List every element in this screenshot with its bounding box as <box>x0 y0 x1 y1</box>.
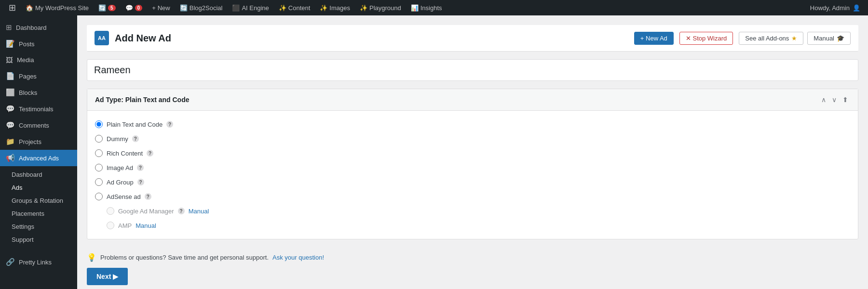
plain-text-help-icon[interactable]: ? <box>166 121 173 128</box>
radio-rich-content-label[interactable]: Rich Content <box>107 150 143 157</box>
sidebar-item-posts[interactable]: 📝 Posts <box>0 36 77 52</box>
panel-collapse-up-button[interactable]: ∧ <box>819 95 828 105</box>
page-header-icon: AA <box>95 31 109 45</box>
new-ad-button[interactable]: + New Ad <box>634 32 674 45</box>
ai-engine-icon: ⬛ <box>232 4 240 12</box>
page-header: AA Add New Ad + New Ad ✕ Stop Wizard See… <box>87 25 858 52</box>
ad-group-help-icon[interactable]: ? <box>137 179 144 185</box>
radio-rich-content-input[interactable] <box>95 149 103 157</box>
adminbar-ai-engine[interactable]: ⬛ AI Engine <box>227 0 273 15</box>
sidebar-item-blocks[interactable]: ⬜ Blocks <box>0 84 77 101</box>
google-ad-manager-help-icon[interactable]: ? <box>178 208 185 214</box>
sidebar-item-pages[interactable]: 📄 Pages <box>0 68 77 84</box>
advanced-ads-submenu: Dashboard Ads Groups & Rotation Placemen… <box>0 168 77 246</box>
comments-sidebar-icon: 💬 <box>6 121 15 130</box>
adminbar-images[interactable]: ✨ Images <box>315 0 355 15</box>
adminbar-new[interactable]: + New <box>147 0 175 15</box>
star-icon: ★ <box>791 35 797 42</box>
sidebar-item-projects[interactable]: 📁 Projects <box>0 133 77 150</box>
new-icon: + <box>152 4 156 12</box>
radio-ad-group-input[interactable] <box>95 178 103 186</box>
panel-title: Ad Type: Plain Text and Code <box>95 96 819 104</box>
sidebar-item-pages-label: Pages <box>19 73 37 80</box>
insights-label: Insights <box>420 4 442 12</box>
sidebar-sub-aa-ads[interactable]: Ads <box>0 181 77 194</box>
help-text: Problems or questions? Save time and get… <box>100 254 269 261</box>
adminbar-playground[interactable]: ✨ Playground <box>355 0 406 15</box>
radio-ad-group: Ad Group ? <box>95 178 850 186</box>
radio-adsense-label[interactable]: AdSense ad <box>107 193 141 200</box>
radio-amp-input[interactable] <box>107 222 114 229</box>
sidebar-item-posts-label: Posts <box>19 40 35 48</box>
radio-dummy-label[interactable]: Dummy <box>107 135 128 143</box>
ad-name-input[interactable] <box>87 59 858 81</box>
adsense-help-icon[interactable]: ? <box>145 193 151 200</box>
radio-ad-group-label[interactable]: Ad Group <box>107 179 134 186</box>
blocks-icon: ⬜ <box>6 88 15 97</box>
adminbar-insights[interactable]: 📊 Insights <box>406 0 447 15</box>
radio-google-ad-manager-input[interactable] <box>107 207 114 215</box>
ad-type-panel: Ad Type: Plain Text and Code ∧ ∨ ⬆ Plain… <box>87 89 858 239</box>
sidebar-item-advanced-ads[interactable]: 📢 Advanced Ads <box>0 150 77 166</box>
radio-plain-text-input[interactable] <box>95 120 103 128</box>
dashboard-icon: ⊞ <box>6 23 12 32</box>
site-name: My WordPress Site <box>35 4 89 12</box>
sidebar-sub-aa-dashboard[interactable]: Dashboard <box>0 168 77 181</box>
user-avatar-icon: 👤 <box>853 4 860 12</box>
advanced-ads-icon: 📢 <box>6 154 15 162</box>
amp-manual-link[interactable]: Manual <box>136 222 156 229</box>
aa-dashboard-label: Dashboard <box>12 171 42 178</box>
radio-google-ad-manager-label[interactable]: Google Ad Manager <box>118 208 174 215</box>
blog2social-icon: 🔄 <box>180 4 188 12</box>
radio-adsense-input[interactable] <box>95 193 103 200</box>
radio-dummy-input[interactable] <box>95 135 103 143</box>
adminbar-content[interactable]: ✨ Content <box>274 0 315 15</box>
image-ad-help-icon[interactable]: ? <box>137 164 144 171</box>
panel-body: Plain Text and Code ? Dummy ? Rich Conte… <box>87 111 858 239</box>
radio-image-ad-input[interactable] <box>95 164 103 171</box>
sidebar-item-pretty-links[interactable]: 🔗 Pretty Links <box>0 254 77 270</box>
stop-wizard-button[interactable]: ✕ Stop Wizard <box>679 32 733 45</box>
ask-question-link[interactable]: Ask your question! <box>272 254 324 261</box>
sidebar-item-dashboard[interactable]: ⊞ Dashboard <box>0 19 77 36</box>
sidebar-sub-aa-settings[interactable]: Settings <box>0 220 77 233</box>
rich-content-help-icon[interactable]: ? <box>147 150 153 157</box>
google-ad-manager-manual-link[interactable]: Manual <box>189 208 209 215</box>
radio-amp-label[interactable]: AMP <box>118 222 132 229</box>
radio-amp: AMP Manual <box>107 222 850 229</box>
adminbar-updates[interactable]: 🔄 5 <box>94 0 121 15</box>
comments-icon: 💬 <box>125 4 133 12</box>
wp-logo-item[interactable]: ⊞ <box>4 0 21 15</box>
sidebar-sub-aa-groups[interactable]: Groups & Rotation <box>0 194 77 207</box>
sidebar-item-media[interactable]: 🖼 Media <box>0 52 77 68</box>
comments-badge: 0 <box>135 5 143 11</box>
aa-ads-label: Ads <box>12 184 22 191</box>
new-label: New <box>158 4 170 12</box>
sidebar-sub-aa-support[interactable]: Support <box>0 233 77 246</box>
wp-logo-icon: ⊞ <box>9 2 16 13</box>
manual-label: Manual <box>814 35 834 42</box>
playground-label: Playground <box>369 4 401 12</box>
panel-toggle-button[interactable]: ⬆ <box>841 95 850 105</box>
aa-groups-label: Groups & Rotation <box>12 197 63 204</box>
adminbar-site[interactable]: 🏠 My WordPress Site <box>21 0 94 15</box>
sidebar: ⊞ Dashboard 📝 Posts 🖼 Media 📄 Pages ⬜ Bl… <box>0 15 77 289</box>
sidebar-item-comments[interactable]: 💬 Comments <box>0 117 77 133</box>
adminbar-comments[interactable]: 💬 0 <box>121 0 148 15</box>
user-greeting: Howdy, Admin <box>810 4 850 12</box>
radio-image-ad-label[interactable]: Image Ad <box>107 164 133 171</box>
sidebar-item-testimonials[interactable]: 💬 Testimonials <box>0 101 77 117</box>
manual-button[interactable]: Manual 🎓 <box>807 32 851 45</box>
sidebar-item-advanced-ads-label: Advanced Ads <box>19 155 59 162</box>
testimonials-icon: 💬 <box>6 105 15 113</box>
posts-icon: 📝 <box>6 39 15 48</box>
see-addons-button[interactable]: See all Add-ons ★ <box>739 32 803 45</box>
header-right-actions: See all Add-ons ★ Manual 🎓 <box>739 32 851 45</box>
radio-plain-text-label[interactable]: Plain Text and Code <box>107 121 163 128</box>
sidebar-sub-aa-placements[interactable]: Placements <box>0 207 77 220</box>
next-button[interactable]: Next ▶ <box>87 268 128 285</box>
adminbar-blog2social[interactable]: 🔄 Blog2Social <box>175 0 228 15</box>
admin-bar: ⊞ 🏠 My WordPress Site 🔄 5 💬 0 + New 🔄 Bl… <box>0 0 868 15</box>
panel-collapse-down-button[interactable]: ∨ <box>830 95 839 105</box>
dummy-help-icon[interactable]: ? <box>132 135 139 142</box>
